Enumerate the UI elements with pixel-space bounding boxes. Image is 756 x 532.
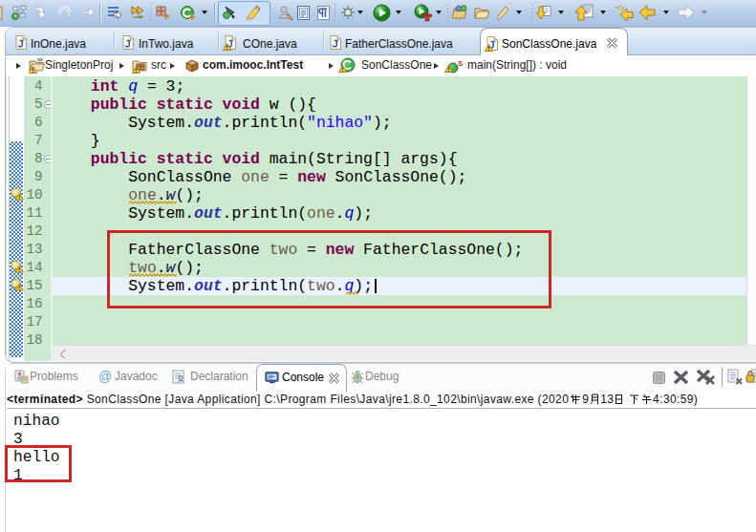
svg-text:S: S (458, 59, 464, 68)
